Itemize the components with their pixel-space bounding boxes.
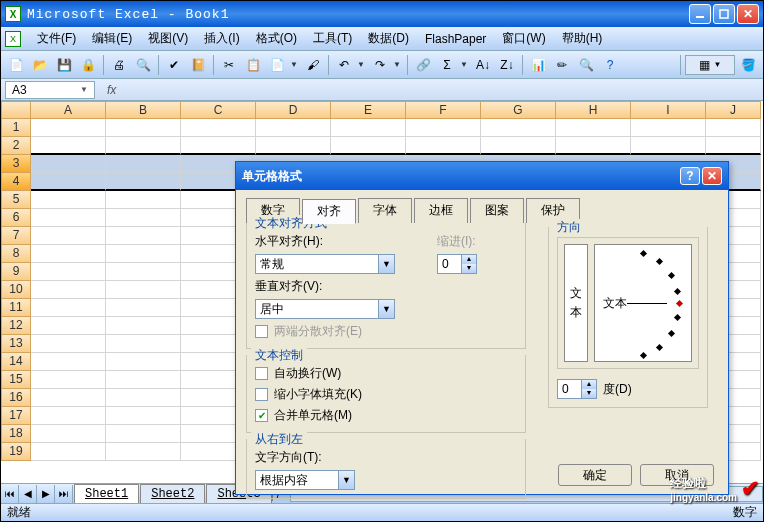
col-header[interactable]: J [706, 101, 761, 119]
sort-asc-icon[interactable]: A↓ [472, 54, 494, 76]
permission-icon[interactable]: 🔒 [77, 54, 99, 76]
cell[interactable] [481, 137, 556, 155]
textdir-dropdown[interactable]: 根据内容▼ [255, 470, 355, 490]
undo-icon[interactable]: ↶ [333, 54, 355, 76]
autosum-icon[interactable]: Σ [436, 54, 458, 76]
dialog-close-button[interactable]: ✕ [702, 167, 722, 185]
sort-desc-icon[interactable]: Z↓ [496, 54, 518, 76]
cell[interactable] [106, 245, 181, 263]
row-header[interactable]: 11 [1, 299, 31, 317]
fx-label[interactable]: fx [107, 83, 116, 97]
chevron-down-icon[interactable]: ▼ [80, 85, 88, 94]
row-header[interactable]: 13 [1, 335, 31, 353]
cell[interactable] [706, 119, 761, 137]
cell[interactable] [31, 245, 106, 263]
tab-alignment[interactable]: 对齐 [302, 199, 356, 224]
cell[interactable] [31, 263, 106, 281]
paste-icon[interactable]: 📄 [266, 54, 288, 76]
new-icon[interactable]: 📄 [5, 54, 27, 76]
row-header[interactable]: 1 [1, 119, 31, 137]
col-header[interactable]: D [256, 101, 331, 119]
row-header[interactable]: 7 [1, 227, 31, 245]
cell[interactable] [106, 389, 181, 407]
vertical-text-button[interactable]: 文 本 [564, 244, 588, 362]
cell[interactable] [331, 119, 406, 137]
cell[interactable] [106, 209, 181, 227]
cell[interactable] [106, 191, 181, 209]
cell[interactable] [31, 299, 106, 317]
cell[interactable] [31, 371, 106, 389]
cell[interactable] [406, 137, 481, 155]
chart-icon[interactable]: 📊 [527, 54, 549, 76]
col-header[interactable]: B [106, 101, 181, 119]
row-header[interactable]: 10 [1, 281, 31, 299]
cell[interactable] [106, 443, 181, 461]
cell[interactable] [106, 299, 181, 317]
cell[interactable] [106, 425, 181, 443]
cell[interactable] [106, 281, 181, 299]
halign-dropdown[interactable]: 常规▼ [255, 254, 395, 274]
cell[interactable] [556, 137, 631, 155]
cell[interactable] [31, 317, 106, 335]
cell[interactable] [106, 335, 181, 353]
cell[interactable] [106, 173, 181, 191]
tab-nav-last-icon[interactable]: ⏭ [55, 485, 73, 503]
menu-edit[interactable]: 编辑(E) [84, 27, 140, 50]
cell[interactable] [706, 137, 761, 155]
preview-icon[interactable]: 🔍 [132, 54, 154, 76]
col-header[interactable]: G [481, 101, 556, 119]
cell[interactable] [31, 209, 106, 227]
cell[interactable] [31, 281, 106, 299]
sheet-tab[interactable]: Sheet1 [74, 484, 139, 503]
dialog-help-button[interactable]: ? [680, 167, 700, 185]
cell[interactable] [31, 155, 106, 173]
menu-format[interactable]: 格式(O) [248, 27, 305, 50]
fill-color-icon[interactable]: 🪣 [737, 54, 759, 76]
cell[interactable] [106, 155, 181, 173]
ok-button[interactable]: 确定 [558, 464, 632, 486]
open-icon[interactable]: 📂 [29, 54, 51, 76]
col-header[interactable]: F [406, 101, 481, 119]
cell[interactable] [181, 137, 256, 155]
cell[interactable] [181, 119, 256, 137]
menu-window[interactable]: 窗口(W) [494, 27, 553, 50]
close-button[interactable]: ✕ [737, 4, 759, 24]
cell[interactable] [631, 137, 706, 155]
row-header[interactable]: 15 [1, 371, 31, 389]
cell[interactable] [31, 389, 106, 407]
row-header[interactable]: 8 [1, 245, 31, 263]
cell[interactable] [106, 317, 181, 335]
cell[interactable] [331, 137, 406, 155]
row-header[interactable]: 16 [1, 389, 31, 407]
copy-icon[interactable]: 📋 [242, 54, 264, 76]
tab-border[interactable]: 边框 [414, 198, 468, 223]
cell[interactable] [31, 353, 106, 371]
cell[interactable] [31, 191, 106, 209]
cell[interactable] [106, 263, 181, 281]
tab-nav-next-icon[interactable]: ▶ [37, 485, 55, 503]
menu-tools[interactable]: 工具(T) [305, 27, 360, 50]
drawing-icon[interactable]: ✏ [551, 54, 573, 76]
hyperlink-icon[interactable]: 🔗 [412, 54, 434, 76]
cell[interactable] [406, 119, 481, 137]
menu-insert[interactable]: 插入(I) [196, 27, 247, 50]
row-header[interactable]: 4 [1, 173, 31, 191]
redo-icon[interactable]: ↷ [369, 54, 391, 76]
sheet-tab[interactable]: Sheet2 [140, 484, 205, 503]
menu-file[interactable]: 文件(F) [29, 27, 84, 50]
merge-checkbox[interactable]: ✔ [255, 409, 268, 422]
tab-pattern[interactable]: 图案 [470, 198, 524, 223]
row-header[interactable]: 18 [1, 425, 31, 443]
cell[interactable] [556, 119, 631, 137]
col-header[interactable]: I [631, 101, 706, 119]
wrap-checkbox[interactable] [255, 367, 268, 380]
menu-flashpaper[interactable]: FlashPaper [417, 29, 494, 49]
select-all-corner[interactable] [1, 101, 31, 119]
spell-icon[interactable]: ✔ [163, 54, 185, 76]
col-header[interactable]: C [181, 101, 256, 119]
row-header[interactable]: 5 [1, 191, 31, 209]
row-header[interactable]: 14 [1, 353, 31, 371]
cell[interactable] [106, 119, 181, 137]
menu-data[interactable]: 数据(D) [360, 27, 417, 50]
cell[interactable] [256, 137, 331, 155]
